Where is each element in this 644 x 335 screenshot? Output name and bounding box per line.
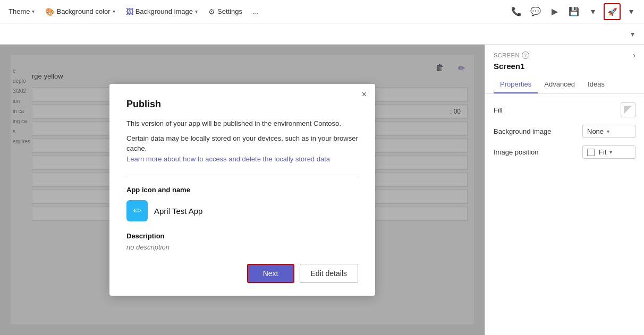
comment-icon: 💬	[530, 6, 541, 16]
modal-divider	[126, 175, 358, 175]
right-panel-body: Fill Background image None ▾ Image posit…	[485, 94, 644, 335]
second-bar: ▾	[0, 23, 644, 45]
save-icon: 💾	[569, 6, 579, 16]
right-panel-header: SCREEN ? › Screen1 Properties Advanced I…	[485, 45, 644, 94]
image-position-label: Image position	[494, 148, 539, 156]
image-position-chevron: ▾	[609, 149, 612, 155]
chevron-down-icon: ▾	[591, 6, 595, 16]
app-icon-section-title: App icon and name	[126, 186, 358, 194]
settings-menu[interactable]: ⚙ Settings	[204, 5, 247, 18]
bg-color-chevron: ▾	[113, 8, 115, 14]
app-icon-row: ✏ April Test App	[126, 200, 358, 221]
fit-icon	[587, 149, 595, 156]
collapse-button[interactable]: ▾	[625, 27, 640, 41]
bg-image-chevron: ▾	[195, 8, 198, 14]
top-toolbar: Theme ▾ 🎨 Background color ▾ 🖼 Backgroun…	[0, 0, 644, 23]
publish-icon-btn[interactable]: 🚀	[604, 3, 621, 20]
canvas-area: 🗑 ✏ e deplo 3/202 ion in ca ing ca s equ…	[0, 45, 485, 335]
image-position-value: Fit	[599, 148, 606, 156]
modal-footer: Next Edit details	[126, 264, 358, 283]
tabs-row: Properties Advanced Ideas	[494, 76, 635, 93]
phone-icon: 📞	[511, 6, 522, 16]
fill-row: Fill	[494, 102, 635, 117]
play-icon-btn[interactable]: ▶	[546, 3, 563, 20]
fill-label: Fill	[494, 106, 503, 114]
play-icon: ▶	[552, 6, 558, 16]
tab-properties[interactable]: Properties	[494, 76, 538, 93]
modal-learn-more-link[interactable]: Learn more about how to access and delet…	[126, 155, 330, 163]
modal-title: Publish	[126, 99, 358, 110]
dropdown-icon-btn[interactable]: ▾	[584, 3, 601, 20]
bg-image-menu[interactable]: 🖼 Background image ▾	[122, 5, 202, 18]
bg-image-dropdown-chevron: ▾	[607, 128, 609, 134]
fill-color-button[interactable]	[621, 102, 635, 117]
bg-image-dropdown[interactable]: None ▾	[582, 125, 635, 138]
modal-description-2: Certain data may be locally stored on yo…	[126, 133, 358, 165]
tab-advanced[interactable]: Advanced	[538, 76, 581, 93]
app-name-label: April Test App	[154, 207, 202, 216]
modal-close-button[interactable]: ×	[362, 90, 367, 99]
description-section-title: Description	[126, 232, 358, 240]
phone-icon-btn[interactable]: 📞	[508, 3, 525, 20]
publish-modal: × Publish This version of your app will …	[109, 84, 375, 296]
tab-ideas[interactable]: Ideas	[581, 76, 611, 93]
right-panel: SCREEN ? › Screen1 Properties Advanced I…	[485, 45, 644, 335]
screen-name: Screen1	[494, 62, 635, 71]
right-chevron-icon-btn[interactable]: ▾	[623, 3, 640, 20]
more-menu[interactable]: ...	[249, 5, 263, 18]
screen-label: SCREEN ?	[494, 51, 529, 59]
save-icon-btn[interactable]: 💾	[565, 3, 582, 20]
collapse-right-button[interactable]: ›	[633, 51, 635, 59]
help-icon[interactable]: ?	[522, 51, 529, 59]
more-dots: ...	[253, 7, 259, 15]
app-icon: ✏	[126, 200, 148, 221]
theme-menu[interactable]: Theme ▾	[4, 5, 39, 18]
bg-image-dropdown-value: None	[587, 127, 604, 135]
settings-icon: ⚙	[208, 7, 215, 16]
chevron-down-icon: ▾	[631, 30, 634, 38]
modal-overlay: × Publish This version of your app will …	[0, 45, 485, 335]
bg-image-label: Background image	[135, 7, 193, 15]
image-position-row: Image position Fit ▾	[494, 145, 635, 159]
bg-color-icon: 🎨	[45, 7, 54, 16]
app-icon-symbol: ✏	[133, 205, 141, 217]
image-position-dropdown[interactable]: Fit ▾	[582, 145, 635, 159]
background-image-row: Background image None ▾	[494, 125, 635, 138]
comment-icon-btn[interactable]: 💬	[527, 3, 544, 20]
theme-chevron: ▾	[32, 8, 35, 14]
theme-label: Theme	[9, 7, 30, 15]
description-value: no description	[126, 243, 358, 251]
bg-image-prop-label: Background image	[494, 127, 551, 135]
settings-label: Settings	[217, 7, 242, 15]
main-layout: 🗑 ✏ e deplo 3/202 ion in ca ing ca s equ…	[0, 45, 644, 335]
fill-color-icon	[624, 106, 632, 114]
toolbar-right: 📞 💬 ▶ 💾 ▾ 🚀 ▾	[508, 3, 640, 20]
next-button[interactable]: Next	[247, 264, 294, 283]
right-chevron-icon: ▾	[629, 6, 633, 16]
modal-description-1: This version of your app will be publish…	[126, 118, 358, 129]
bg-image-icon: 🖼	[126, 7, 133, 16]
publish-icon: 🚀	[608, 7, 617, 16]
edit-details-button[interactable]: Edit details	[300, 264, 358, 283]
bg-color-label: Background color	[56, 7, 110, 15]
screen-label-row: SCREEN ? ›	[494, 51, 635, 59]
bg-color-menu[interactable]: 🎨 Background color ▾	[41, 5, 119, 18]
